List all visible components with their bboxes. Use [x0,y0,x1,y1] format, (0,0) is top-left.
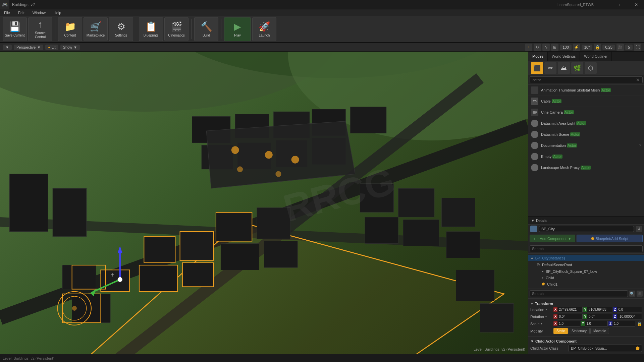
camera-num[interactable]: 5 [625,45,633,50]
transform-header[interactable]: ▼ Transform [530,301,642,307]
actor-name-input[interactable]: BP_City [539,226,634,232]
tab-world-outliner[interactable]: World Outliner [580,52,612,61]
close-button[interactable]: ✕ [629,0,644,9]
rotation-label[interactable]: Rotation ▼ [530,315,552,319]
content-button[interactable]: 📁 Content [58,17,82,41]
comp-label-instance: BP_City(Instance) [535,256,565,260]
component-search-input[interactable] [530,245,643,252]
blueprint-class-icon: ⬟ [636,346,640,351]
viewport-menu-button[interactable]: ▼ [3,45,12,50]
angle-icon[interactable]: 🔒 [594,44,601,51]
blueprints-button[interactable]: 📋 Blueprints [139,17,163,41]
location-z-input[interactable] [617,307,642,312]
scale-tool[interactable]: ⤡ [542,44,550,51]
property-search-input[interactable] [530,290,628,297]
scale-x-input[interactable] [557,321,580,326]
geometry-mode-icon[interactable]: ⬡ [585,62,597,74]
viewport-right-tools: + ↻ ⤡ ⊞ 100 ⚡ 10° 🔒 0.25 🎥 5 ⛶ [525,44,641,51]
actor-item-datasmith-area-light[interactable]: Datasmith Area Light Actor [528,118,644,129]
build-button[interactable]: 🔨 Build [194,17,218,41]
comp-item-cityblock[interactable]: ▸ BP_CityBlock_Square_07_Low [539,268,644,275]
show-button[interactable]: Show ▼ [60,45,80,50]
details-collapse-icon[interactable]: ▼ [531,219,535,223]
save-button[interactable]: 💾 Save Current [3,17,27,41]
actor-item-datasmith-scene[interactable]: Datasmith Scene Actor [528,129,644,140]
actor-item-landscape-mesh-proxy[interactable]: Landscape Mesh Proxy Actor [528,162,644,173]
angle-value[interactable]: 10° [582,45,593,50]
maximize-button[interactable]: □ [613,0,629,9]
launch-button[interactable]: 🚀 Launch [252,17,276,41]
actor-item-documentation[interactable]: Documentation Actor ? [528,140,644,151]
placement-mode-icon[interactable]: ⬛ [531,62,543,74]
maximize-viewport[interactable]: ⛶ [634,44,641,51]
location-label[interactable]: Location ▼ [530,308,552,312]
play-label: Play [234,34,240,38]
svg-point-46 [72,306,77,311]
add-component-button[interactable]: + + Add Component ▼ [530,235,575,242]
property-grid-view[interactable]: ⊞ [637,291,643,297]
cinematics-button[interactable]: 🎬 Cinematics [164,17,189,41]
actor-name-empty: Empty Actor [541,155,562,159]
location-x-input[interactable] [557,307,582,312]
svg-rect-28 [403,220,439,246]
property-search-icon[interactable]: 🔍 [629,291,635,297]
location-y-input[interactable] [587,307,612,312]
right-panel: Modes World Settings World Outliner ⬛ ✏ … [528,52,644,354]
landscape-mode-icon[interactable]: ⛰ [558,62,570,74]
scale-lock-button[interactable]: 🔒 [637,321,642,326]
menu-file[interactable]: File [3,10,11,15]
actor-search-input[interactable] [530,76,643,83]
actor-item-animation[interactable]: Animation Thumbnail Skeletal Mesh Actor [528,85,644,96]
coord-toggle[interactable]: ⊞ [551,44,558,51]
minimize-button[interactable]: ─ [598,0,613,9]
lit-button[interactable]: ● Lit [45,45,58,50]
status-level-label: Level: Buildings_v2 (Persistent) [3,356,54,360]
menu-help[interactable]: Help [52,10,63,15]
scale-y-input[interactable] [585,321,608,326]
play-button[interactable]: ▶ Play [224,17,251,41]
actor-reset-button[interactable]: ↺ [636,226,642,232]
actor-item-cine-camera[interactable]: Cine Camera Actor [528,107,644,118]
grid-size[interactable]: 100 [560,45,571,50]
child-actor-title: Child Actor Component [535,339,577,343]
menu-window[interactable]: Window [31,10,47,15]
tab-world-settings[interactable]: World Settings [548,52,580,61]
camera-speed-icon[interactable]: 🎥 [616,44,624,51]
perspective-button[interactable]: Perspective ▼ [14,45,43,50]
comp-label-child: Child [546,276,554,280]
scale-z-label: Z [608,321,612,326]
mobility-stationary-button[interactable]: Stationary [569,328,590,334]
child-actor-header[interactable]: ▼ Child Actor Component [530,339,642,345]
comp-item-child[interactable]: ▸ Child [539,275,644,281]
comp-item-root-instance[interactable]: ● BP_City(Instance) [528,255,644,261]
settings-button[interactable]: ⚙ Settings [109,17,133,41]
paint-mode-icon[interactable]: ✏ [544,62,556,74]
menu-edit[interactable]: Edit [17,10,26,15]
comp-item-child1[interactable]: ⬟ Child1 [539,281,644,287]
rotation-z-input[interactable] [617,314,642,319]
rotate-tool[interactable]: ↻ [534,44,541,51]
toolbar-separator-2 [136,19,136,39]
source-control-button[interactable]: ↑ Source Control [28,17,52,41]
viewport[interactable]: RRCG + Level: Buildings_v2 (Persistent) [0,52,528,354]
scale-value[interactable]: 0.25 [602,45,615,50]
rotation-x-input[interactable] [557,314,582,319]
rotation-y-input[interactable] [587,314,612,319]
foliage-mode-icon[interactable]: 🌿 [571,62,583,74]
scale-z-input[interactable] [612,321,635,326]
blueprint-script-button[interactable]: ⬟ Blueprint/Add Script [577,235,643,242]
mode-icons-bar: ⬛ ✏ ⛰ 🌿 ⬡ [528,61,644,75]
actor-item-cable[interactable]: Cable Actor [528,96,644,107]
snap-icon[interactable]: ⚡ [573,44,580,51]
comp-item-scene-root[interactable]: ⊕ DefaultSceneRoot [534,261,644,268]
level-label: Level: [474,347,483,351]
translate-tool[interactable]: + [525,44,532,51]
marketplace-button[interactable]: 🛒 Marketplace [84,17,108,41]
child-actor-class-value[interactable]: BP_CityBlock_Squa... ⬟ [569,345,642,352]
actor-item-empty[interactable]: Empty Actor [528,151,644,162]
tab-modes[interactable]: Modes [528,52,548,61]
scale-label[interactable]: Scale ▼ [530,322,552,326]
clear-search-button[interactable]: ✕ [636,77,640,82]
mobility-movable-button[interactable]: Movable [590,328,609,334]
mobility-static-button[interactable]: Static [553,328,568,334]
